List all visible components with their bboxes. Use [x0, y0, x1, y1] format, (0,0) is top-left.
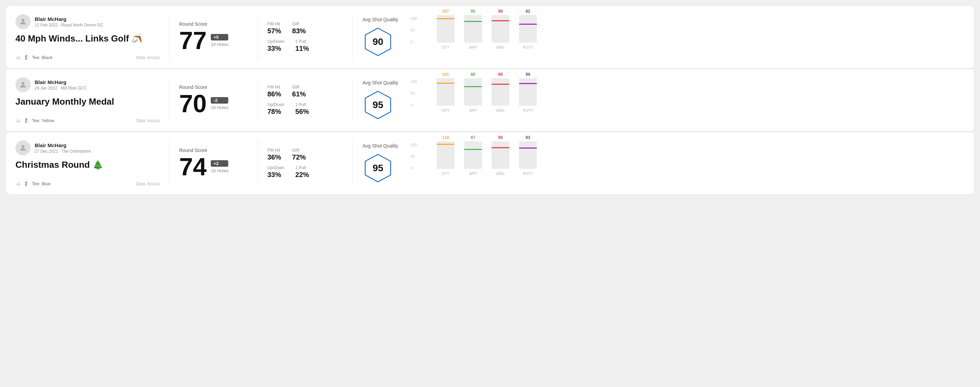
tee-info: ☁️ 🏌️ Tee: Blue — [16, 181, 51, 186]
svg-point-4 — [22, 145, 24, 148]
stat-row-bottom: Up/Down 78% 1 Putt 56% — [267, 102, 343, 116]
user-date-venue: 27 Dec 2021 · The Oxfordshire — [35, 149, 91, 154]
score-badge: +5 — [211, 34, 228, 40]
bar-group-arg: 96 ARG — [492, 78, 509, 113]
score-value: 77 — [179, 28, 207, 53]
stat-oneputt: 1 Putt 22% — [295, 165, 309, 179]
stat-row-top: FW Hit 57% GIR 83% — [267, 22, 343, 35]
bar-group-app: 95 APP — [464, 15, 482, 49]
user-meta: Blair McHarg 12 Feb 2022 · Royal North D… — [35, 16, 103, 27]
user-name: Blair McHarg — [35, 79, 87, 85]
quality-label: Avg Shot Quality — [363, 80, 398, 86]
stat-oneputt: 1 Putt 11% — [295, 39, 309, 52]
quality-label: Avg Shot Quality — [363, 17, 398, 22]
stat-updown: Up/Down 33% — [267, 165, 284, 179]
stat-gir: GIR 83% — [292, 22, 306, 35]
bar-group-ott: 101 OTT — [437, 78, 455, 113]
bar-group-putt: 99 PUTT — [519, 78, 537, 113]
svg-point-0 — [22, 19, 24, 22]
tee-footer: ☁️ 🏌️ Tee: Yellow Data: Arccos — [16, 118, 160, 123]
stat-gir: GIR 61% — [292, 85, 306, 98]
cloud-icon: ☁️ — [16, 55, 21, 60]
tee-label: Tee: Black — [32, 55, 52, 60]
stat-fw-hit: FW Hit 36% — [267, 148, 281, 161]
user-date-venue: 29 Jan 2022 · Mill Ride GCC — [35, 86, 87, 90]
cloud-icon: ☁️ — [16, 118, 21, 123]
score-badge-holes: +5 18 Holes — [211, 34, 228, 47]
round-left-section: Blair McHarg 27 Dec 2021 · The Oxfordshi… — [16, 140, 160, 186]
stats-section: FW Hit 86% GIR 61% Up/Down 78% 1 Putt — [267, 77, 343, 123]
holes-label: 18 Holes — [211, 168, 228, 173]
round-card-3: Blair McHarg 27 Dec 2021 · The Oxfordshi… — [5, 132, 975, 195]
stat-row-top: FW Hit 36% GIR 72% — [267, 148, 343, 161]
score-value: 70 — [179, 91, 207, 116]
score-badge: -2 — [211, 97, 228, 104]
stat-row-top: FW Hit 86% GIR 61% — [267, 85, 343, 98]
chart-section: 100500 101 OTT 86 APP 96 — [417, 77, 964, 123]
divider-1 — [169, 140, 170, 186]
bag-icon: 🏌️ — [24, 118, 29, 123]
quality-label: Avg Shot Quality — [363, 143, 398, 149]
score-section: Round Score 74 +2 18 Holes — [179, 140, 248, 186]
data-source: Data: Arccos — [136, 55, 160, 60]
bar-group-ott: 107 OTT — [437, 15, 455, 49]
avatar — [16, 77, 30, 92]
chart-section: 100500 107 OTT 95 APP 98 — [417, 14, 964, 60]
avatar — [16, 140, 30, 155]
hexagon-quality: 95 — [363, 153, 393, 184]
bar-group-arg: 95 ARG — [492, 141, 509, 176]
divider-2 — [258, 77, 258, 123]
stat-updown: Up/Down 78% — [267, 102, 284, 116]
score-badge-holes: +2 18 Holes — [211, 160, 228, 173]
quality-section: Avg Shot Quality 95 — [363, 77, 417, 123]
score-row: 77 +5 18 Holes — [179, 28, 248, 53]
tee-label: Tee: Blue — [32, 181, 51, 186]
divider-3 — [353, 77, 353, 123]
bar-group-app: 86 APP — [464, 78, 482, 113]
data-source: Data: Arccos — [136, 118, 160, 123]
score-badge: +2 — [211, 160, 228, 167]
stats-section: FW Hit 36% GIR 72% Up/Down 33% 1 Putt — [267, 140, 343, 186]
svg-point-2 — [22, 82, 24, 85]
stat-updown: Up/Down 33% — [267, 39, 284, 52]
score-section: Round Score 70 -2 18 Holes — [179, 77, 248, 123]
tee-footer: ☁️ 🏌️ Tee: Black Data: Arccos — [16, 55, 160, 60]
user-name: Blair McHarg — [35, 16, 103, 22]
bar-group-arg: 98 ARG — [492, 15, 509, 49]
stat-gir: GIR 72% — [292, 148, 306, 161]
round-title: 40 Mph Winds... Links Golf 🪃 — [16, 33, 160, 44]
avatar — [16, 14, 30, 29]
data-source: Data: Arccos — [136, 181, 160, 186]
tee-label: Tee: Yellow — [32, 118, 54, 123]
round-title: January Monthly Medal — [16, 97, 160, 107]
round-card-2: Blair McHarg 29 Jan 2022 · Mill Ride GCC… — [5, 68, 975, 132]
tee-info: ☁️ 🏌️ Tee: Black — [16, 55, 52, 60]
score-value: 74 — [179, 154, 207, 179]
stats-section: FW Hit 57% GIR 83% Up/Down 33% 1 Putt — [267, 14, 343, 60]
user-meta: Blair McHarg 27 Dec 2021 · The Oxfordshi… — [35, 143, 91, 154]
stat-fw-hit: FW Hit 86% — [267, 85, 281, 98]
score-label: Round Score — [179, 21, 248, 27]
chart-section: 100500 110 OTT 87 APP 95 — [417, 140, 964, 186]
user-name: Blair McHarg — [35, 143, 91, 148]
quality-section: Avg Shot Quality 90 — [363, 14, 417, 60]
divider-3 — [353, 140, 353, 186]
bar-group-app: 87 APP — [464, 141, 482, 176]
score-row: 70 -2 18 Holes — [179, 91, 248, 116]
score-section: Round Score 77 +5 18 Holes — [179, 14, 248, 60]
cloud-icon: ☁️ — [16, 181, 21, 186]
score-badge-holes: -2 18 Holes — [211, 97, 228, 110]
holes-label: 18 Holes — [211, 42, 228, 47]
stat-row-bottom: Up/Down 33% 1 Putt 11% — [267, 39, 343, 52]
holes-label: 18 Holes — [211, 105, 228, 110]
score-label: Round Score — [179, 84, 248, 90]
bar-group-putt: 82 PUTT — [519, 15, 537, 49]
user-meta: Blair McHarg 29 Jan 2022 · Mill Ride GCC — [35, 79, 87, 90]
user-date-venue: 12 Feb 2022 · Royal North Devon GC — [35, 23, 103, 27]
divider-1 — [169, 77, 170, 123]
hexagon-quality: 90 — [363, 26, 393, 57]
bar-group-ott: 110 OTT — [437, 141, 455, 176]
tee-footer: ☁️ 🏌️ Tee: Blue Data: Arccos — [16, 181, 160, 186]
stat-oneputt: 1 Putt 56% — [295, 102, 309, 116]
user-info: Blair McHarg 29 Jan 2022 · Mill Ride GCC — [16, 77, 160, 92]
